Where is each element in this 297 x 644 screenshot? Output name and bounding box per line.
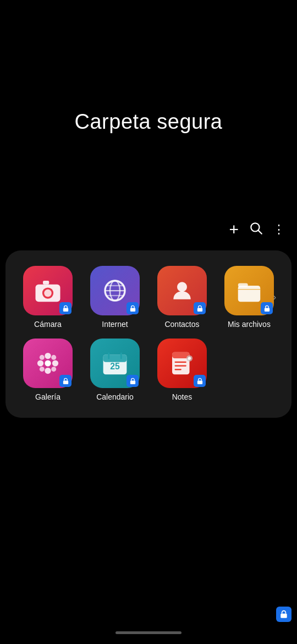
app-mis-archivos[interactable]: Mis archivos bbox=[218, 266, 280, 329]
more-options-icon[interactable]: ⋮ bbox=[273, 222, 286, 237]
app-contactos-label: Contactos bbox=[164, 320, 199, 329]
secure-badge-camara bbox=[59, 302, 72, 314]
svg-point-13 bbox=[177, 282, 187, 292]
app-camara[interactable]: Cámara bbox=[16, 266, 79, 329]
svg-point-18 bbox=[45, 360, 51, 366]
app-galeria[interactable]: Galería bbox=[16, 339, 79, 401]
bottom-secure-icon bbox=[276, 607, 292, 622]
secure-badge-notes bbox=[194, 375, 206, 387]
home-indicator bbox=[116, 631, 182, 634]
svg-text:25: 25 bbox=[110, 362, 120, 371]
svg-point-24 bbox=[51, 355, 56, 360]
app-camara-label: Cámara bbox=[34, 320, 62, 329]
secure-badge-contactos bbox=[194, 302, 206, 314]
svg-rect-5 bbox=[43, 281, 49, 285]
svg-point-26 bbox=[51, 367, 56, 372]
empty-cell bbox=[218, 339, 280, 401]
svg-point-40 bbox=[188, 357, 191, 360]
svg-point-19 bbox=[45, 353, 51, 359]
apps-row-2: Galería 25 bbox=[16, 339, 280, 401]
app-internet-label: Internet bbox=[102, 320, 128, 329]
svg-point-21 bbox=[37, 360, 43, 366]
svg-point-25 bbox=[40, 367, 45, 372]
add-button[interactable]: + bbox=[229, 220, 239, 239]
scroll-arrow-icon: › bbox=[273, 292, 276, 302]
page-title: Carpeta segura bbox=[0, 110, 297, 134]
apps-row-1: Cámara bbox=[16, 266, 280, 329]
svg-point-22 bbox=[52, 360, 58, 366]
search-icon[interactable] bbox=[249, 221, 263, 239]
svg-rect-17 bbox=[264, 308, 269, 312]
app-calendario[interactable]: 25 Calendario bbox=[84, 339, 146, 401]
svg-point-23 bbox=[40, 355, 45, 360]
secure-badge-calendario bbox=[127, 375, 139, 387]
svg-rect-16 bbox=[238, 283, 248, 287]
toolbar: + ⋮ bbox=[229, 220, 286, 239]
app-galeria-label: Galería bbox=[35, 392, 61, 401]
apps-container: Cámara bbox=[6, 250, 292, 418]
secure-badge-internet bbox=[127, 302, 139, 314]
svg-rect-14 bbox=[197, 308, 202, 312]
svg-rect-33 bbox=[130, 380, 135, 384]
svg-point-4 bbox=[44, 290, 52, 297]
app-notes[interactable]: Notes bbox=[151, 339, 213, 401]
app-internet[interactable]: Internet bbox=[84, 266, 146, 329]
svg-point-20 bbox=[45, 368, 51, 374]
svg-rect-41 bbox=[197, 380, 202, 384]
svg-rect-12 bbox=[130, 308, 135, 312]
app-contactos[interactable]: Contactos bbox=[151, 266, 213, 329]
svg-rect-29 bbox=[103, 354, 127, 362]
app-mis-archivos-label: Mis archivos bbox=[228, 320, 271, 329]
app-calendario-label: Calendario bbox=[96, 392, 134, 401]
secure-badge-galeria bbox=[59, 375, 72, 387]
svg-rect-6 bbox=[63, 308, 68, 312]
svg-rect-15 bbox=[238, 286, 261, 302]
secure-badge-mis-archivos bbox=[261, 302, 273, 314]
svg-line-1 bbox=[258, 230, 262, 233]
svg-rect-42 bbox=[280, 614, 287, 618]
app-notes-label: Notes bbox=[172, 392, 193, 401]
svg-rect-27 bbox=[63, 380, 68, 384]
